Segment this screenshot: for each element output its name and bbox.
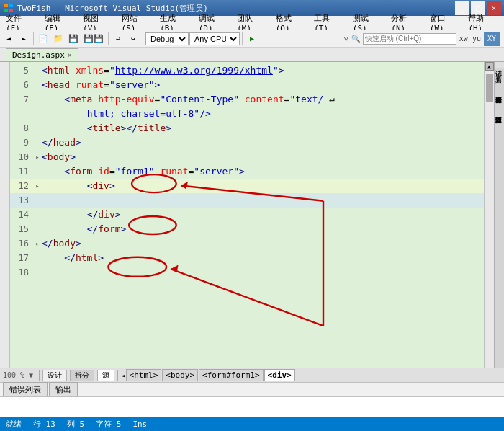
line-content-13 bbox=[42, 193, 484, 208]
code-line-15: 15 </form> bbox=[10, 222, 484, 236]
separator3 bbox=[143, 32, 143, 45]
right-panel-team[interactable]: 服务器资源管理器 bbox=[495, 89, 504, 94]
code-line-11: 11 <form id="form1" runat="server"> bbox=[10, 164, 484, 179]
bc-body[interactable]: <body> bbox=[162, 369, 198, 381]
line-content-12: <div> bbox=[42, 179, 484, 193]
svg-rect-0 bbox=[4, 4, 8, 7]
code-line-8: 8 <title></title> bbox=[10, 121, 484, 135]
new-file-btn[interactable]: 📄 bbox=[36, 32, 50, 46]
line-num-10: 10 bbox=[10, 152, 33, 162]
line-content-9: </head> bbox=[42, 135, 484, 150]
code-area: 5 <html xmlns="http://www.w3.org/1999/xh… bbox=[10, 62, 484, 281]
line-num-11: 11 bbox=[10, 166, 33, 177]
line-ind-16: ▸ bbox=[33, 240, 42, 247]
search-icon: 🔍 bbox=[351, 35, 360, 43]
line-content-6: <head runat="server"> bbox=[42, 78, 484, 92]
code-line-9: 9 </head> bbox=[10, 135, 484, 150]
breadcrumb: ◄ <html> <body> <form#form1> <div> bbox=[121, 369, 295, 381]
status-row: 行 13 bbox=[33, 419, 55, 430]
bc-arrow: ◄ bbox=[121, 372, 125, 379]
tab-close-btn[interactable]: × bbox=[68, 51, 72, 59]
code-line-13: 13 bbox=[10, 193, 484, 208]
error-list-tab[interactable]: 错误列表 bbox=[3, 382, 48, 396]
output-content bbox=[0, 397, 504, 417]
code-line-7b: html; charset=utf-8"/> bbox=[10, 107, 484, 121]
output-tab[interactable]: 输出 bbox=[49, 382, 78, 396]
line-num-13: 13 bbox=[10, 195, 33, 205]
line-num-12: 12 bbox=[10, 181, 33, 191]
line-num-5: 5 bbox=[10, 66, 33, 76]
line-content-5: <html xmlns="http://www.w3.org/1999/xhtm… bbox=[42, 63, 484, 78]
forward-button[interactable]: ► bbox=[17, 32, 31, 46]
editor-container: 5 <html xmlns="http://www.w3.org/1999/xh… bbox=[0, 62, 504, 368]
separator2 bbox=[108, 32, 109, 45]
run-btn[interactable]: ▶ bbox=[245, 32, 259, 46]
sep2 bbox=[117, 370, 118, 381]
line-num-9: 9 bbox=[10, 138, 33, 148]
user-label: xw yu bbox=[459, 35, 481, 43]
bc-div[interactable]: <div> bbox=[264, 369, 295, 381]
line-ind-12: ▸ bbox=[33, 182, 42, 190]
scroll-up-btn[interactable]: ▲ bbox=[485, 62, 494, 71]
right-panel-toolbox[interactable]: 调试 bbox=[495, 62, 504, 68]
view-mode-bar: 100 % ▼ 设计 拆分 源 ◄ <html> <body> <form#fo… bbox=[0, 368, 504, 383]
save-all-btn[interactable]: 💾💾 bbox=[81, 32, 106, 46]
code-line-14: 14 </div> bbox=[10, 208, 484, 222]
status-ready: 就绪 bbox=[6, 419, 22, 430]
separator1 bbox=[33, 32, 34, 45]
menubar: 文件(F) 编辑(E) 视图(V) 网站(S) 生成(B) 调试(D) 团队(M… bbox=[0, 16, 504, 30]
bottom-area: 100 % ▼ 设计 拆分 源 ◄ <html> <body> <form#fo… bbox=[0, 368, 504, 417]
line-content-7: <meta http-equiv="Content-Type" content=… bbox=[42, 92, 484, 107]
line-num-15: 15 bbox=[10, 224, 33, 234]
line-num-6: 6 bbox=[10, 80, 33, 90]
statusbar: 就绪 行 13 列 5 字符 5 Ins bbox=[0, 417, 504, 431]
undo-btn[interactable]: ↩ bbox=[111, 32, 125, 46]
open-btn[interactable]: 📁 bbox=[51, 32, 66, 46]
code-line-10: 10 ▸ <body> bbox=[10, 150, 484, 164]
bc-html[interactable]: <html> bbox=[126, 369, 162, 381]
quick-search-input[interactable] bbox=[363, 33, 456, 45]
line-content-16: </body> bbox=[42, 236, 484, 251]
right-panel-props[interactable]: 团队资源管理器 bbox=[495, 109, 504, 115]
user-menu-btn[interactable]: XY bbox=[484, 32, 500, 46]
line-content-7b: html; charset=utf-8"/> bbox=[42, 107, 484, 121]
output-tab-bar: 错误列表 输出 bbox=[0, 383, 504, 397]
vs-window: TwoFish - Microsoft Visual Studio(管理员) _… bbox=[0, 0, 504, 431]
line-content-15: </form> bbox=[42, 222, 484, 236]
svg-rect-1 bbox=[9, 4, 13, 7]
status-char: 字符 5 bbox=[96, 419, 121, 430]
code-line-12: 12 ▸ <div> bbox=[10, 179, 484, 193]
code-line-5: 5 <html xmlns="http://www.w3.org/1999/xh… bbox=[10, 63, 484, 78]
back-button[interactable]: ◄ bbox=[1, 32, 16, 46]
tab-label: Design.aspx bbox=[12, 50, 65, 60]
tab-strip: Design.aspx × bbox=[0, 48, 504, 62]
right-panel-server[interactable]: 工具箱 bbox=[495, 68, 504, 74]
code-line-18: 18 bbox=[10, 265, 484, 280]
save-btn[interactable]: 💾 bbox=[66, 32, 81, 46]
code-editor[interactable]: 5 <html xmlns="http://www.w3.org/1999/xh… bbox=[10, 62, 484, 368]
platform-select[interactable]: Any CPU bbox=[189, 32, 240, 45]
line-num-17: 17 bbox=[10, 253, 33, 263]
line-content-14: </div> bbox=[42, 208, 484, 222]
tab-design-aspx[interactable]: Design.aspx × bbox=[6, 48, 78, 61]
split-view-btn[interactable]: 拆分 bbox=[70, 370, 94, 381]
line-content-11: <form id="form1" runat="server"> bbox=[42, 164, 484, 179]
sep bbox=[39, 370, 40, 381]
line-num-16: 16 bbox=[10, 239, 33, 249]
debug-config-select[interactable]: Debug bbox=[145, 32, 189, 45]
code-line-6: 6 <head runat="server"> bbox=[10, 78, 484, 92]
line-num-18: 18 bbox=[10, 267, 33, 277]
zoom-level: 100 % ▼ bbox=[3, 371, 36, 379]
line-content-8: <title></title> bbox=[42, 121, 484, 135]
separator4 bbox=[242, 32, 243, 45]
source-view-btn[interactable]: 源 bbox=[97, 370, 114, 381]
redo-btn[interactable]: ↪ bbox=[126, 32, 140, 46]
code-line-7: 7 <meta http-equiv="Content-Type" conten… bbox=[10, 92, 484, 107]
scroll-thumb[interactable] bbox=[486, 74, 493, 102]
line-content-10: <body> bbox=[42, 150, 484, 164]
bc-form[interactable]: <form#form1> bbox=[199, 369, 263, 381]
code-line-17: 17 </html> bbox=[10, 251, 484, 265]
vertical-scrollbar[interactable]: ▲ bbox=[484, 62, 494, 368]
design-view-btn[interactable]: 设计 bbox=[42, 370, 67, 381]
right-panel: 调试 工具箱 服务器资源管理器 团队资源管理器 bbox=[494, 62, 504, 368]
